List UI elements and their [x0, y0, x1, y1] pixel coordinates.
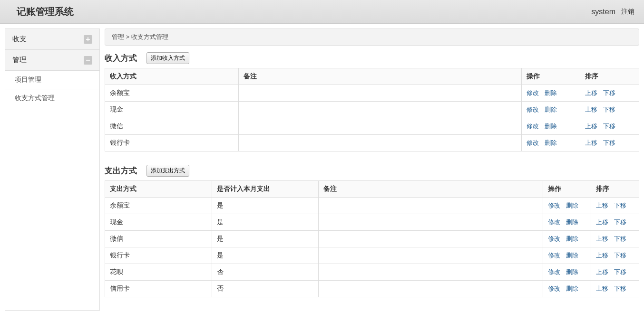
note-cell	[319, 264, 543, 281]
sort-cell: 上移下移	[580, 135, 639, 151]
table-row: 现金是修改删除上移下移	[105, 214, 639, 231]
sidebar-item[interactable]: 收支方式管理	[5, 89, 99, 107]
action-cell: 修改删除	[543, 198, 591, 214]
delete-link[interactable]: 删除	[545, 106, 557, 113]
counted-cell: 是	[212, 247, 319, 264]
logout-link[interactable]: 注销	[621, 8, 634, 16]
down-link[interactable]: 下移	[614, 285, 626, 292]
expense-title: 支出方式	[105, 165, 137, 176]
income-col-action: 操作	[521, 68, 580, 85]
table-row: 现金修改删除上移下移	[105, 102, 639, 118]
edit-link[interactable]: 修改	[548, 252, 560, 259]
expense-col-counted: 是否计入本月支出	[212, 181, 319, 198]
up-link[interactable]: 上移	[585, 123, 597, 130]
edit-link[interactable]: 修改	[548, 285, 560, 292]
method-cell: 余额宝	[105, 198, 212, 214]
down-link[interactable]: 下移	[603, 123, 615, 130]
delete-link[interactable]: 删除	[566, 202, 578, 209]
up-link[interactable]: 上移	[596, 252, 608, 259]
sidebar-group-heading[interactable]: 收支+	[5, 29, 99, 50]
delete-link[interactable]: 删除	[566, 268, 578, 275]
up-link[interactable]: 上移	[596, 202, 608, 209]
sort-cell: 上移下移	[591, 247, 639, 264]
income-table: 收入方式 备注 操作 排序 余额宝修改删除上移下移现金修改删除上移下移微信修改删…	[105, 68, 639, 151]
table-row: 银行卡修改删除上移下移	[105, 135, 639, 151]
up-link[interactable]: 上移	[596, 285, 608, 292]
note-cell	[238, 135, 521, 151]
table-row: 花呗否修改删除上移下移	[105, 264, 639, 281]
income-col-method: 收入方式	[105, 68, 239, 85]
action-cell: 修改删除	[521, 118, 580, 135]
expense-col-sort: 排序	[591, 181, 639, 198]
edit-link[interactable]: 修改	[527, 139, 539, 146]
sort-cell: 上移下移	[591, 231, 639, 247]
add-expense-button[interactable]: 添加支出方式	[146, 165, 189, 177]
delete-link[interactable]: 删除	[545, 89, 557, 96]
counted-cell: 是	[212, 231, 319, 247]
counted-cell: 是	[212, 214, 319, 231]
main-content: 管理 > 收支方式管理 收入方式 添加收入方式 收入方式 备注 操作 排序 余额…	[105, 28, 639, 311]
down-link[interactable]: 下移	[614, 202, 626, 209]
action-cell: 修改删除	[521, 135, 580, 151]
up-link[interactable]: 上移	[596, 268, 608, 275]
edit-link[interactable]: 修改	[548, 268, 560, 275]
delete-link[interactable]: 删除	[566, 235, 578, 242]
delete-link[interactable]: 删除	[566, 285, 578, 292]
down-link[interactable]: 下移	[603, 89, 615, 96]
expense-col-note: 备注	[319, 181, 543, 198]
counted-cell: 否	[212, 264, 319, 281]
sidebar: 收支+管理−项目管理收支方式管理	[5, 28, 100, 311]
up-link[interactable]: 上移	[596, 235, 608, 242]
note-cell	[319, 281, 543, 297]
sidebar-item[interactable]: 项目管理	[5, 71, 99, 89]
income-col-note: 备注	[238, 68, 521, 85]
header: 记账管理系统 system 注销	[0, 0, 644, 24]
up-link[interactable]: 上移	[596, 218, 608, 226]
sort-cell: 上移下移	[591, 198, 639, 214]
delete-link[interactable]: 删除	[566, 252, 578, 259]
method-cell: 信用卡	[105, 281, 212, 297]
income-title: 收入方式	[105, 53, 137, 64]
note-cell	[319, 198, 543, 214]
sort-cell: 上移下移	[580, 85, 639, 102]
down-link[interactable]: 下移	[614, 268, 626, 275]
table-row: 银行卡是修改删除上移下移	[105, 247, 639, 264]
method-cell: 微信	[105, 118, 239, 135]
edit-link[interactable]: 修改	[527, 89, 539, 96]
delete-link[interactable]: 删除	[566, 218, 578, 226]
table-row: 微信是修改删除上移下移	[105, 231, 639, 247]
up-link[interactable]: 上移	[585, 139, 597, 146]
down-link[interactable]: 下移	[614, 252, 626, 259]
edit-link[interactable]: 修改	[548, 202, 560, 209]
sidebar-group-heading[interactable]: 管理−	[5, 50, 99, 71]
edit-link[interactable]: 修改	[548, 218, 560, 226]
delete-link[interactable]: 删除	[545, 123, 557, 130]
sidebar-group-label: 收支	[12, 35, 27, 44]
note-cell	[238, 85, 521, 102]
income-col-sort: 排序	[580, 68, 639, 85]
up-link[interactable]: 上移	[585, 106, 597, 113]
edit-link[interactable]: 修改	[527, 106, 539, 113]
delete-link[interactable]: 删除	[545, 139, 557, 146]
edit-link[interactable]: 修改	[527, 123, 539, 130]
method-cell: 花呗	[105, 264, 212, 281]
down-link[interactable]: 下移	[603, 139, 615, 146]
action-cell: 修改删除	[543, 281, 591, 297]
plus-icon: +	[84, 35, 92, 44]
method-cell: 微信	[105, 231, 212, 247]
note-cell	[238, 118, 521, 135]
app-title: 记账管理系统	[17, 5, 74, 18]
sort-cell: 上移下移	[580, 118, 639, 135]
expense-col-method: 支出方式	[105, 181, 212, 198]
action-cell: 修改删除	[543, 264, 591, 281]
action-cell: 修改删除	[543, 214, 591, 231]
sort-cell: 上移下移	[591, 264, 639, 281]
down-link[interactable]: 下移	[603, 106, 615, 113]
note-cell	[238, 102, 521, 118]
edit-link[interactable]: 修改	[548, 235, 560, 242]
action-cell: 修改删除	[521, 102, 580, 118]
up-link[interactable]: 上移	[585, 89, 597, 96]
add-income-button[interactable]: 添加收入方式	[146, 52, 189, 64]
down-link[interactable]: 下移	[614, 218, 626, 226]
down-link[interactable]: 下移	[614, 235, 626, 242]
